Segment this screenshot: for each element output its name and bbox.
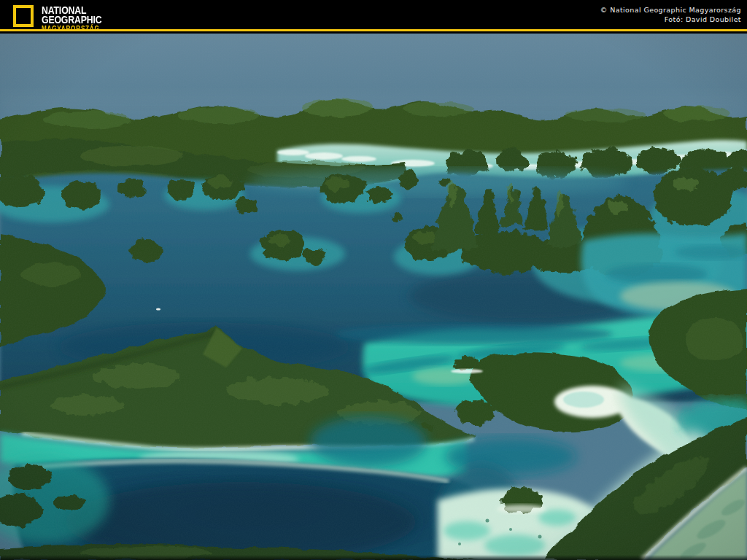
- photo-atmosphere: [0, 34, 747, 560]
- divider-gap: [0, 31, 747, 34]
- bottom-vignette: [0, 555, 747, 560]
- wallpaper: NATIONAL GEOGRAPHIC MAGYARORSZÁG © Natio…: [0, 0, 747, 560]
- logo-line2: GEOGRAPHIC: [42, 15, 101, 24]
- photo-credit: © National Geographic Magyarország Fotó:…: [600, 5, 741, 24]
- nat-geo-frame-icon: [13, 5, 34, 27]
- header-bar: NATIONAL GEOGRAPHIC MAGYARORSZÁG © Natio…: [0, 0, 747, 29]
- credit-copyright: © National Geographic Magyarország: [600, 5, 741, 15]
- credit-photographer: Fotó: David Doubilet: [600, 15, 741, 24]
- photo-aerial-islands: [0, 34, 747, 560]
